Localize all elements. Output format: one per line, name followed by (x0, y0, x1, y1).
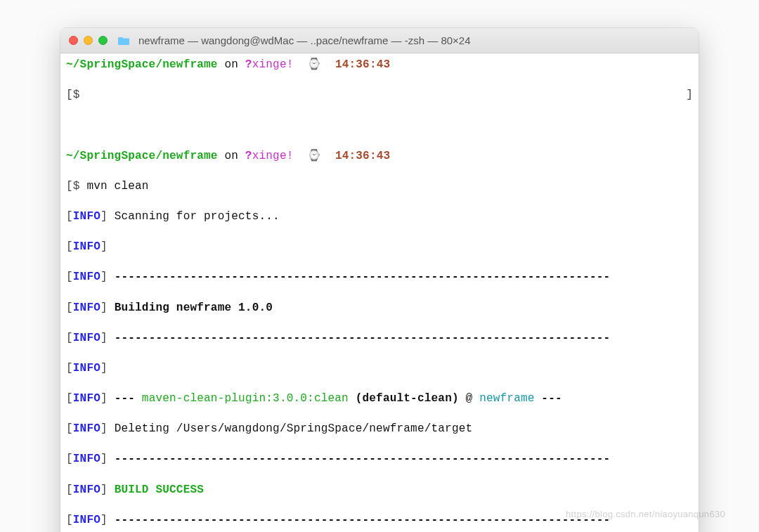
prompt-time: 14:36:43 (335, 58, 390, 71)
folder-icon (117, 36, 130, 46)
watermark: https://blog.csdn.net/niaoyuanqun630 (566, 509, 725, 519)
plugin-name: maven-clean-plugin:3.0.0:clean (142, 392, 349, 405)
traffic-lights (69, 36, 108, 45)
watch-icon: ⌚ (307, 58, 321, 73)
info-tag: INFO (73, 210, 100, 223)
terminal-window: newframe — wangdong@wdMac — ..pace/newfr… (60, 28, 699, 532)
terminal-output[interactable]: ~/SpringSpace/newframe on ?xinge! ⌚ 14:3… (60, 53, 699, 532)
maximize-icon[interactable] (98, 36, 108, 45)
close-icon[interactable] (69, 36, 78, 45)
minimize-icon[interactable] (84, 36, 93, 45)
build-success: BUILD SUCCESS (108, 484, 204, 496)
command-input: mvn clean (80, 180, 149, 193)
prompt-path: ~/SpringSpace/newframe (66, 58, 218, 71)
window-title: newframe — wangdong@wdMac — ..pace/newfr… (138, 34, 690, 46)
watch-icon: ⌚ (307, 149, 321, 164)
building-line: Building newframe 1.0.0 (108, 301, 273, 314)
window-titlebar[interactable]: newframe — wangdong@wdMac — ..pace/newfr… (60, 28, 699, 53)
